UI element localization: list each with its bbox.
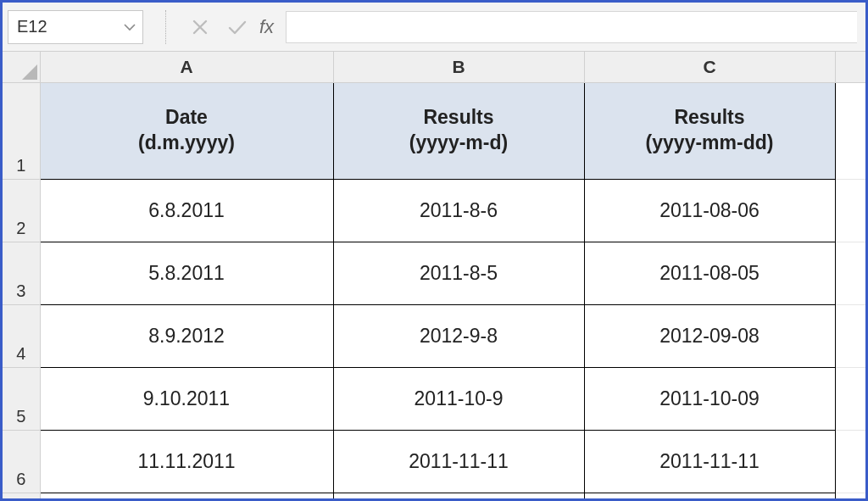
cell-A4[interactable]: 8.9.2012 [40, 304, 333, 367]
row-header-2[interactable]: 2 [3, 179, 40, 242]
cell-B1[interactable]: Results (yyyy-m-d) [333, 82, 584, 179]
cell-C5[interactable]: 2011-10-09 [584, 367, 835, 430]
column-header-C[interactable]: C [584, 52, 835, 82]
grid-area: A B C 1 Date (d.m.yyyy) Results (yyyy-m-… [3, 52, 865, 498]
name-box-value: E12 [17, 17, 47, 36]
dropdown-icon [124, 23, 136, 31]
cell-C2[interactable]: 2011-08-06 [584, 179, 835, 242]
cell-B6[interactable]: 2011-11-11 [333, 430, 584, 493]
cell-A1[interactable]: Date (d.m.yyyy) [40, 82, 333, 179]
divider [165, 10, 166, 44]
excel-window: E12 fx A [0, 0, 868, 501]
row-header-1[interactable]: 1 [3, 82, 40, 179]
cell-C6[interactable]: 2011-11-11 [584, 430, 835, 493]
cancel-button[interactable] [181, 10, 219, 44]
cell-D6[interactable] [835, 430, 867, 493]
fx-icon: fx [259, 16, 274, 38]
cell-C1[interactable]: Results (yyyy-mm-dd) [584, 82, 835, 179]
cell-B4[interactable]: 2012-9-8 [333, 304, 584, 367]
row-header-4[interactable]: 4 [3, 304, 40, 367]
column-header-row: A B C [3, 52, 867, 82]
row-7-partial [3, 493, 867, 501]
cancel-icon [192, 19, 209, 36]
formula-bar: E12 fx [3, 3, 865, 52]
row-header-5[interactable]: 5 [3, 367, 40, 430]
insert-function-button[interactable]: fx [256, 10, 286, 44]
cell-A5[interactable]: 9.10.2011 [40, 367, 333, 430]
row-header-6[interactable]: 6 [3, 430, 40, 493]
row-1: 1 Date (d.m.yyyy) Results (yyyy-m-d) Res… [3, 82, 867, 179]
row-6: 6 11.11.2011 2011-11-11 2011-11-11 [3, 430, 867, 493]
cell-D1[interactable] [835, 82, 867, 179]
cell-B7[interactable] [333, 493, 584, 501]
column-header-A[interactable]: A [40, 52, 333, 82]
cell-B2[interactable]: 2011-8-6 [333, 179, 584, 242]
cell-D4[interactable] [835, 304, 867, 367]
cell-D7[interactable] [835, 493, 867, 501]
name-box[interactable]: E12 [8, 10, 143, 44]
row-4: 4 8.9.2012 2012-9-8 2012-09-08 [3, 304, 867, 367]
cell-D3[interactable] [835, 242, 867, 304]
formula-input[interactable] [286, 11, 857, 43]
spreadsheet-grid[interactable]: A B C 1 Date (d.m.yyyy) Results (yyyy-m-… [3, 52, 868, 501]
select-all-button[interactable] [3, 52, 40, 82]
column-header-B[interactable]: B [333, 52, 584, 82]
cell-C3[interactable]: 2011-08-05 [584, 242, 835, 304]
cell-B3[interactable]: 2011-8-5 [333, 242, 584, 304]
column-header-D[interactable] [835, 52, 867, 82]
enter-button[interactable] [219, 10, 256, 44]
cell-A6[interactable]: 11.11.2011 [40, 430, 333, 493]
cell-A2[interactable]: 6.8.2011 [40, 179, 333, 242]
row-header-3[interactable]: 3 [3, 242, 40, 304]
row-3: 3 5.8.2011 2011-8-5 2011-08-05 [3, 242, 867, 304]
cell-D2[interactable] [835, 179, 867, 242]
row-2: 2 6.8.2011 2011-8-6 2011-08-06 [3, 179, 867, 242]
check-icon [227, 19, 248, 36]
row-5: 5 9.10.2011 2011-10-9 2011-10-09 [3, 367, 867, 430]
cell-D5[interactable] [835, 367, 867, 430]
cell-A3[interactable]: 5.8.2011 [40, 242, 333, 304]
cell-C4[interactable]: 2012-09-08 [584, 304, 835, 367]
cell-C7[interactable] [584, 493, 835, 501]
cell-A7[interactable] [40, 493, 333, 501]
cell-B5[interactable]: 2011-10-9 [333, 367, 584, 430]
row-header-7[interactable] [3, 493, 40, 501]
